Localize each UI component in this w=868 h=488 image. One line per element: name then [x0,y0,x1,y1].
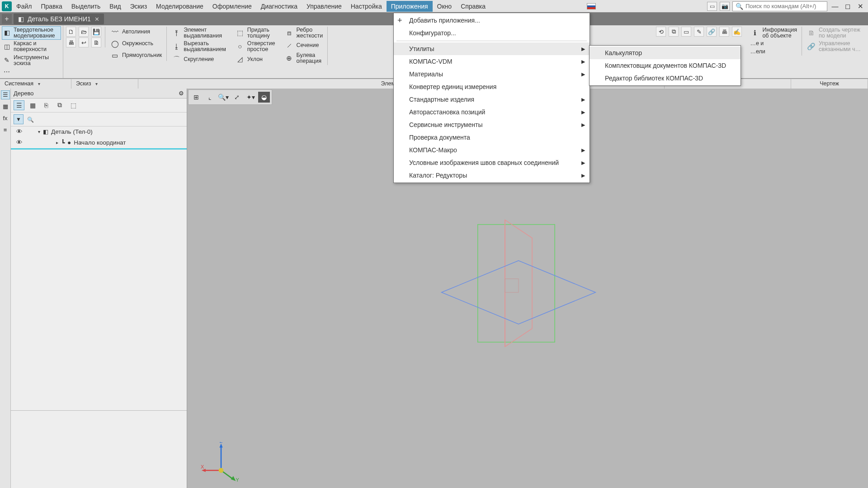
submenu-doc-assembler[interactable]: Комплектовщик документов КОМПАС-3D [590,59,741,72]
misc-icon-3[interactable]: ▭ [681,27,691,37]
tree-tb-1[interactable]: ☰ [14,100,24,110]
menu-manage[interactable]: Управление [302,1,346,12]
autoline-button[interactable]: 〰Автолиния [109,27,163,38]
menu-diagnostics[interactable]: Диагностика [256,1,302,12]
visibility-icon[interactable]: 👁 [16,139,23,146]
close-button[interactable]: ✕ [855,1,865,11]
filter-icon[interactable]: ▼ [14,114,24,124]
menu-window[interactable]: Окно [433,1,457,12]
visibility-icon[interactable]: 👁 [16,128,23,135]
fillet-button[interactable]: ⌒Скругление [170,54,226,65]
search-input[interactable] [745,3,824,9]
tree-search-input[interactable] [26,116,184,122]
print-button[interactable]: 🖶 [66,38,76,47]
language-flag-icon[interactable] [587,3,596,9]
stack-tree-icon[interactable]: ☰ [1,90,10,99]
save-file-button[interactable]: 💾 [91,27,101,37]
misc-icon-4[interactable]: ✎ [694,27,704,37]
menu-kompas-macro[interactable]: КОМПАС-Макро▶ [394,144,590,156]
caret-icon[interactable]: ▾ [38,129,40,134]
undo-button[interactable]: ↩ [79,38,89,47]
menu-sketch[interactable]: Эскиз [126,1,151,12]
circle-button[interactable]: ◯Окружность [109,38,163,49]
misc-icon-7[interactable]: ✍ [732,27,742,37]
mode-more[interactable]: ⋯ [2,67,61,77]
draft-button[interactable]: ◿Уклон [234,54,276,65]
footer-drawing[interactable]: Чертеж [791,79,868,89]
layout-icon[interactable]: ▭ [707,2,717,11]
tree-root[interactable]: 👁 ▾ ◧ Деталь (Тел-0) [11,127,187,137]
stack-vars-icon[interactable]: ≡ [1,126,10,135]
info-icon: ℹ [750,28,760,38]
menu-standard-parts[interactable]: Стандартные изделия▶ [394,93,590,106]
object-info-button[interactable]: ℹИнформацияоб объекте [749,27,798,39]
menu-weld-symbols[interactable]: Условные изображения швов сварных соедин… [394,156,590,169]
menu-modeling[interactable]: Моделирование [151,1,208,12]
menu-catalog-reducers[interactable]: Каталог: Редукторы▶ [394,169,590,182]
section-button[interactable]: ⟋Сечение [283,40,324,51]
camera-icon[interactable]: 📷 [720,2,730,11]
footer-sketch[interactable]: Эскиз▾ [71,79,138,89]
properties-button[interactable]: 🗎 [91,38,101,47]
mode-sketch-tools[interactable]: ✎ Инструментыэскиза [2,54,61,67]
menu-auto-positions[interactable]: Авторасстановка позиций▶ [394,106,590,118]
more-icon: ⋯ [3,68,11,76]
tree-tb-5[interactable]: ⬚ [68,100,79,110]
truncated-btn-2[interactable]: …ели [749,48,798,56]
thicken-button[interactable]: ⬚Придатьтолщину [234,27,276,39]
misc-icon-2[interactable]: ⧉ [669,27,679,37]
menu-view[interactable]: Вид [105,1,125,12]
minimize-button[interactable]: ― [830,1,840,11]
hole-button[interactable]: ○Отверстиепростое [234,40,276,53]
open-file-button[interactable]: 🗁 [79,27,89,37]
menu-edit[interactable]: Правка [36,1,66,12]
boolean-button[interactable]: ⊕Булеваоперация [283,52,324,65]
menu-configurator[interactable]: Конфигуратор... [394,27,590,39]
misc-icon-5[interactable]: 🔗 [707,27,717,37]
new-tab-button[interactable]: + [2,14,12,24]
footer-system[interactable]: Системная▾ [0,79,71,89]
extrude-button[interactable]: ⭱Элементвыдавливания [170,27,226,39]
svg-marker-0 [478,224,555,342]
menu-kompas-vdm[interactable]: КОМПАС-VDM▶ [394,55,590,68]
submenu-calculator[interactable]: Калькулятор [590,47,741,59]
menu-settings[interactable]: Настройка [346,1,387,12]
command-search[interactable]: 🔍 [732,1,827,11]
menu-doc-check[interactable]: Проверка документа [394,131,590,144]
tree-highlight-bar [11,148,187,150]
menu-select[interactable]: Выделить [67,1,105,12]
tree-tb-4[interactable]: ⧉ [54,100,65,110]
caret-icon[interactable]: ▸ [56,140,58,145]
rib-button[interactable]: ⧈Реброжесткости [283,27,324,39]
menu-format[interactable]: Оформление [208,1,256,12]
orientation-triad[interactable]: Z X Y [201,442,241,483]
menu-add-apps[interactable]: +Добавить приложения... [394,14,590,27]
truncated-btn-1[interactable]: …е и [749,40,798,47]
create-drawing-button[interactable]: 🗎Создать чертежпо модели [806,27,862,39]
menu-materials[interactable]: Материалы▶ [394,68,590,80]
stack-fx-icon[interactable]: fx [1,114,10,123]
rectangle-button[interactable]: ▭Прямоугольник [109,50,163,61]
tree-tb-3[interactable]: ⎘ [41,100,52,110]
tab-close-icon[interactable]: ✕ [94,16,99,23]
new-file-button[interactable]: 🗋 [66,27,76,37]
menu-help[interactable]: Справка [456,1,490,12]
misc-icon-6[interactable]: 🖶 [719,27,729,37]
submenu-lib-editor[interactable]: Редактор библиотек КОМПАС-3D [590,72,741,84]
menu-file[interactable]: Файл [12,1,36,12]
stack-layers-icon[interactable]: ▦ [1,102,10,111]
tree-settings-icon[interactable]: ⚙ [179,90,184,97]
tree-tb-2[interactable]: ▦ [27,100,38,110]
maximize-button[interactable]: ◻ [843,1,853,11]
mode-solid[interactable]: ◧ Твердотельноемоделирование [2,26,61,40]
document-tab[interactable]: ◧ Деталь БЕЗ ИМЕНИ1 ✕ [14,14,104,24]
misc-icon-1[interactable]: ⟲ [656,27,666,37]
mode-wireframe[interactable]: ◫ Каркас иповерхности [2,40,61,53]
manage-linked-button[interactable]: 🔗Управлениесвязанными ч… [806,40,862,53]
menu-applications[interactable]: Приложения [387,1,433,12]
menu-unit-converter[interactable]: Конвертер единиц измерения [394,80,590,93]
menu-utilities[interactable]: Утилиты▶ [394,42,590,55]
menu-service-tools[interactable]: Сервисные инструменты▶ [394,118,590,131]
tree-child-origin[interactable]: 👁 ▸ ┗ ● Начало координат [11,137,187,148]
cut-extrude-button[interactable]: ⭳Вырезатьвыдавливанием [170,40,226,53]
